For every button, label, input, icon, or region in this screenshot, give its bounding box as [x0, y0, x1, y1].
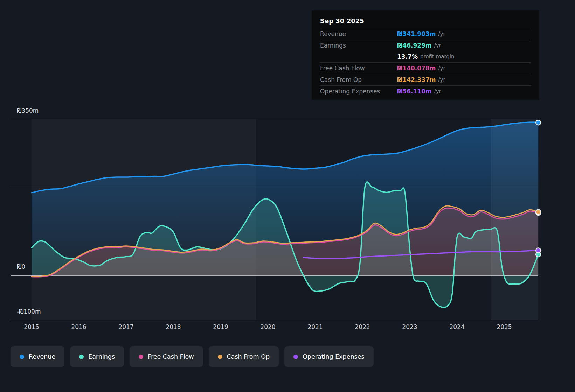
- tooltip-row-free-cash-flow: Free Cash Flow ₪140.078m /yr: [320, 63, 531, 74]
- legend-item-earnings[interactable]: Earnings: [70, 346, 124, 367]
- y-axis-label-0: ₪0: [17, 263, 25, 270]
- tooltip-row-revenue: Revenue ₪341.903m /yr: [320, 28, 531, 40]
- tooltip-value: ₪46.929m: [397, 42, 432, 49]
- tooltip-row-earnings: Earnings ₪46.929m /yr: [320, 40, 531, 51]
- x-axis-label-2015: 2015: [18, 323, 46, 330]
- chart-page: ₪350m ₪0 -₪100m 201520162017201820192020…: [0, 0, 575, 392]
- tooltip-row-operating-expenses: Operating Expenses ₪56.110m /yr: [320, 86, 531, 97]
- legend-label: Revenue: [29, 353, 55, 360]
- x-axis-label-2025: 2025: [490, 323, 518, 330]
- free-cash-flow-dot-icon: [139, 355, 143, 359]
- tooltip-suffix: /yr: [434, 42, 441, 49]
- data-tooltip: Sep 30 2025 Revenue ₪341.903m /yr Earnin…: [312, 10, 539, 100]
- x-axis-label-2021: 2021: [301, 323, 329, 330]
- series-endpoint-revenue: [536, 120, 541, 125]
- legend-item-operating-expenses[interactable]: Operating Expenses: [284, 346, 373, 367]
- x-axis-label-2024: 2024: [443, 323, 471, 330]
- tooltip-label: Earnings: [320, 42, 397, 49]
- x-axis-label-2017: 2017: [112, 323, 140, 330]
- tooltip-value: ₪56.110m: [397, 88, 432, 95]
- tooltip-label: Operating Expenses: [320, 88, 397, 95]
- tooltip-suffix: /yr: [438, 65, 445, 71]
- legend-label: Earnings: [88, 353, 115, 360]
- chart-legend: Revenue Earnings Free Cash Flow Cash Fro…: [11, 346, 374, 367]
- tooltip-label: Free Cash Flow: [320, 65, 397, 72]
- tooltip-value: ₪140.078m: [397, 65, 436, 72]
- y-axis-label-350m: ₪350m: [17, 107, 39, 114]
- tooltip-suffix: /yr: [438, 77, 445, 83]
- current-period-band: [491, 119, 538, 320]
- tooltip-row-cash-from-op: Cash From Op ₪142.337m /yr: [320, 74, 531, 86]
- earnings-dot-icon: [79, 355, 84, 359]
- legend-item-revenue[interactable]: Revenue: [11, 346, 64, 367]
- legend-item-free-cash-flow[interactable]: Free Cash Flow: [130, 346, 203, 367]
- series-endpoint-cash-from-op: [536, 210, 541, 215]
- revenue-dot-icon: [20, 355, 24, 359]
- legend-label: Free Cash Flow: [148, 353, 194, 360]
- x-axis-label-2020: 2020: [254, 323, 282, 330]
- x-axis-label-2019: 2019: [207, 323, 235, 330]
- legend-label: Cash From Op: [227, 353, 270, 360]
- tooltip-row-profit-margin: 13.7% profit margin: [320, 51, 531, 63]
- x-axis-label-2016: 2016: [65, 323, 93, 330]
- tooltip-label: Revenue: [320, 30, 397, 37]
- legend-item-cash-from-op[interactable]: Cash From Op: [209, 346, 279, 367]
- legend-label: Operating Expenses: [303, 353, 364, 360]
- tooltip-date: Sep 30 2025: [320, 14, 531, 28]
- tooltip-value: ₪142.337m: [397, 76, 436, 83]
- cash-from-op-dot-icon: [218, 355, 222, 359]
- tooltip-suffix: /yr: [438, 31, 445, 37]
- x-axis-label-2022: 2022: [348, 323, 376, 330]
- profit-margin-label: profit margin: [420, 54, 455, 60]
- x-axis-label-2018: 2018: [159, 323, 187, 330]
- tooltip-value: ₪341.903m: [397, 30, 436, 37]
- tooltip-suffix: /yr: [434, 88, 441, 94]
- series-endpoint-operating-expenses: [536, 248, 541, 253]
- y-axis-label-neg100m: -₪100m: [17, 308, 41, 315]
- profit-margin-value: 13.7%: [397, 53, 418, 60]
- tooltip-label: Cash From Op: [320, 76, 397, 83]
- x-axis-label-2023: 2023: [396, 323, 424, 330]
- operating-expenses-dot-icon: [293, 355, 298, 359]
